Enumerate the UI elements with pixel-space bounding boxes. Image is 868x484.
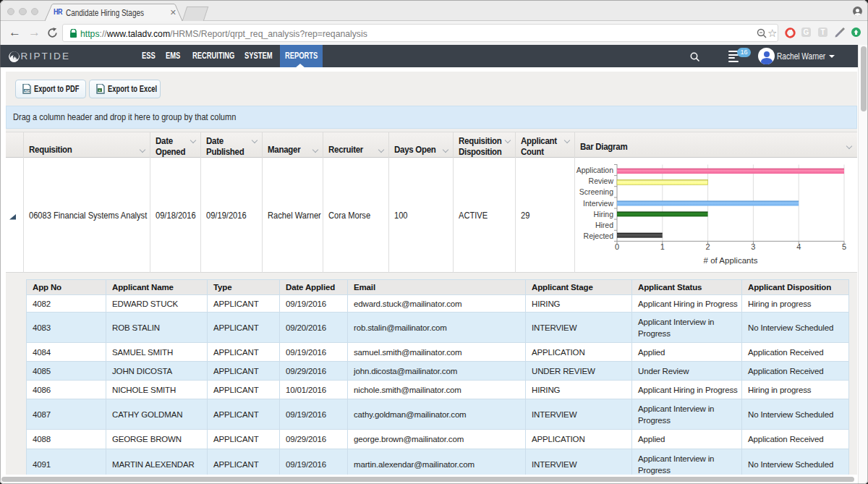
svg-text:Screening: Screening (579, 187, 613, 196)
svg-text:Review: Review (589, 177, 614, 185)
svg-text:# of Applicants: # of Applicants (704, 256, 758, 265)
svg-text:0: 0 (615, 242, 619, 251)
svg-text:PDF: PDF (25, 90, 30, 93)
svg-text:1: 1 (660, 242, 665, 251)
svg-text:Application: Application (576, 166, 614, 174)
svg-text:3: 3 (751, 242, 755, 251)
svg-text:Rejected: Rejected (584, 232, 614, 240)
svg-text:5: 5 (842, 242, 846, 251)
svg-text:4: 4 (796, 242, 801, 251)
svg-text:Interview: Interview (583, 199, 613, 208)
svg-text:2: 2 (706, 242, 710, 251)
svg-text:Hired: Hired (595, 221, 613, 229)
svg-text:Hiring: Hiring (594, 210, 614, 218)
